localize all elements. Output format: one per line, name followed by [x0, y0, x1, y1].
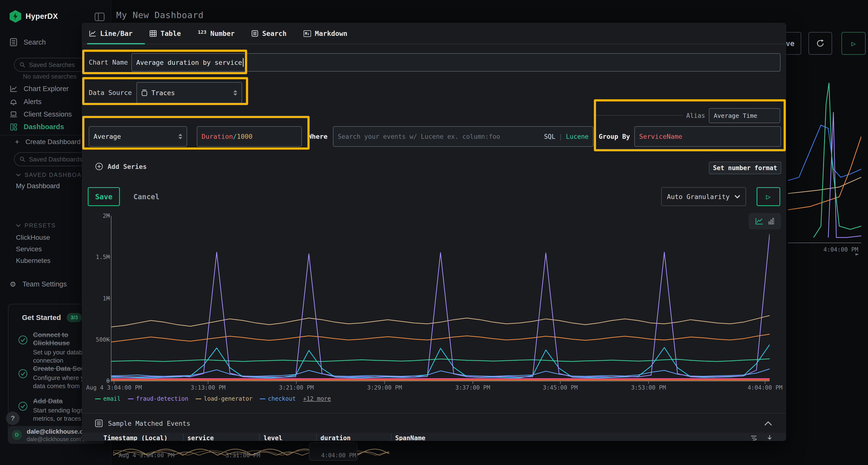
- database-icon: [141, 89, 148, 96]
- plus-icon: +: [15, 138, 19, 146]
- legend-item[interactable]: email: [95, 395, 121, 402]
- group-by-input[interactable]: ServiceName: [634, 126, 781, 147]
- legend-dash-icon: [195, 399, 201, 399]
- where-search-input[interactable]: Search your events w/ Lucene ex. column:…: [333, 126, 593, 147]
- tab-label: Line/Bar: [100, 30, 133, 38]
- sidebar-item-label: Client Sessions: [24, 110, 72, 118]
- lucene-toggle[interactable]: Lucene: [566, 133, 589, 140]
- legend-more-link[interactable]: +12 more: [303, 395, 331, 402]
- background-bottom-xlabel: Aug 4 3:04:00 PM: [119, 452, 174, 459]
- collapse-chevron-up-icon[interactable]: [764, 421, 772, 426]
- x-tick-mark: [472, 381, 473, 384]
- background-right-axis-label: 4:04:00 PM: [824, 246, 858, 253]
- column-separator: [259, 434, 260, 441]
- help-button[interactable]: ?: [6, 411, 20, 425]
- sidebar-item-search[interactable]: Search: [10, 38, 46, 46]
- user-name: dale@clickhouse.c: [27, 428, 83, 435]
- table-column-header[interactable]: level: [264, 433, 282, 441]
- chevron-down-icon: [16, 173, 21, 176]
- x-tick-label: 3:37:00 PM: [456, 384, 490, 391]
- set-number-format-button[interactable]: Set number format: [709, 162, 781, 174]
- series-divider: [594, 115, 683, 115]
- sample-events-header[interactable]: Sample Matched Events: [95, 420, 190, 427]
- play-icon: ▷: [851, 39, 856, 48]
- sidebar-item-services[interactable]: Services: [16, 245, 42, 253]
- aggregation-select[interactable]: Average: [89, 126, 187, 147]
- check-circle-icon: [18, 369, 28, 378]
- cancel-button[interactable]: Cancel: [133, 187, 159, 206]
- presets-section[interactable]: PRESETS: [16, 222, 56, 229]
- sidebar-item-client-sessions[interactable]: Client Sessions: [10, 110, 72, 118]
- list-box-icon: [95, 420, 103, 427]
- tab-markdown[interactable]: M↓ Markdown: [304, 30, 347, 38]
- data-source-select[interactable]: Traces: [136, 82, 242, 103]
- sidebar-item-kubernetes[interactable]: Kubernetes: [16, 257, 51, 265]
- table-icon: [150, 30, 157, 37]
- chart-legend: emailfraud-detectionload-generatorchecko…: [95, 395, 331, 402]
- x-tick-mark: [208, 381, 208, 384]
- create-dashboard-button[interactable]: + Create Dashboard: [15, 138, 81, 146]
- dashboard-run-button[interactable]: ▷: [841, 32, 866, 55]
- table-column-header[interactable]: duration: [320, 433, 350, 441]
- sidebar-item-alerts[interactable]: Alerts: [10, 98, 41, 106]
- aggregation-field-input[interactable]: Duration/1000: [197, 126, 302, 147]
- tab-label: Search: [262, 30, 286, 38]
- plus-circle-icon: [95, 162, 103, 171]
- table-column-header[interactable]: Timestamp (Local): [103, 433, 167, 441]
- legend-item[interactable]: fraud-detection: [128, 395, 188, 402]
- run-query-button[interactable]: ▷: [756, 187, 780, 206]
- group-by-label: Group By: [599, 126, 630, 147]
- download-icon[interactable]: [767, 435, 773, 441]
- legend-label: email: [103, 395, 121, 402]
- x-tick-label: Aug 4 3:04:00 PM: [86, 384, 142, 391]
- chart-name-input[interactable]: Average duration by service: [131, 53, 780, 72]
- dashboards-grid-icon: [10, 123, 18, 131]
- gear-icon: ⚙: [10, 280, 16, 289]
- get-started-badge: 3/3: [67, 313, 82, 322]
- brand[interactable]: HyperDX: [10, 10, 58, 23]
- save-button[interactable]: Save: [88, 187, 120, 206]
- x-tick-label: 3:45:00 PM: [543, 384, 578, 391]
- legend-label: fraud-detection: [136, 395, 188, 402]
- sidebar-item-my-dashboard[interactable]: My Dashboard: [16, 182, 60, 190]
- tab-number[interactable]: 123 Number: [198, 30, 235, 38]
- x-tick-mark: [384, 381, 385, 384]
- sql-toggle[interactable]: SQL: [544, 133, 555, 140]
- background-right-chart: [788, 79, 861, 244]
- tab-search[interactable]: Search: [251, 30, 286, 38]
- alias-input[interactable]: Average Time: [709, 108, 780, 123]
- x-tick-label: 3:53:00 PM: [631, 384, 666, 391]
- y-tick-mark: [107, 298, 110, 299]
- page-title: My New Dashboard: [116, 10, 204, 20]
- alias-label: Alias: [686, 108, 705, 123]
- saved-dashboards-placeholder: Saved Dashboards: [29, 156, 82, 163]
- no-saved-searches-text: No saved searches: [23, 73, 77, 80]
- granularity-select[interactable]: Auto Granularity: [661, 187, 746, 206]
- background-bottom-xlabel: 3:31:00 PM: [225, 452, 260, 459]
- add-series-button[interactable]: Add Series: [95, 162, 147, 171]
- x-tick-mark: [648, 381, 649, 384]
- scroll-right-icon[interactable]: ►: [856, 251, 859, 257]
- y-tick-mark: [107, 339, 110, 340]
- add-series-label: Add Series: [107, 163, 147, 170]
- x-tick-mark: [296, 381, 297, 384]
- table-column-header[interactable]: SpanName: [395, 433, 425, 441]
- table-column-header[interactable]: service: [187, 433, 214, 441]
- filter-icon[interactable]: [751, 435, 758, 441]
- legend-item[interactable]: checkout: [260, 395, 296, 402]
- x-axis-ticks: [112, 381, 770, 384]
- collapse-sidebar-icon[interactable]: [94, 12, 105, 21]
- granularity-value: Auto Granularity: [667, 193, 730, 200]
- tab-table[interactable]: Table: [150, 30, 181, 38]
- sidebar-item-label: Team Settings: [23, 280, 67, 288]
- legend-label: load-generator: [204, 395, 252, 402]
- sidebar-item-chart-explorer[interactable]: Chart Explorer: [10, 85, 69, 93]
- sidebar-item-team-settings[interactable]: ⚙ Team Settings: [10, 280, 67, 289]
- sidebar-item-clickhouse[interactable]: ClickHouse: [16, 234, 50, 241]
- tab-label: Number: [210, 30, 235, 38]
- legend-item[interactable]: load-generator: [195, 395, 252, 402]
- sidebar-item-dashboards[interactable]: Dashboards: [10, 123, 64, 131]
- refresh-button[interactable]: [808, 32, 832, 55]
- number-token: 1000: [237, 133, 252, 140]
- tab-line-bar[interactable]: Line/Bar: [89, 30, 133, 38]
